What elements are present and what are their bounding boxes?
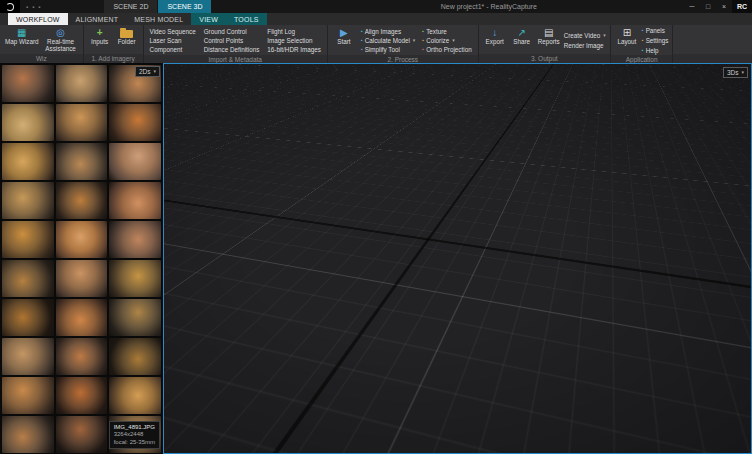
minimize-button[interactable]: ─ [684,0,700,13]
realitycapture-logo[interactable] [0,0,20,13]
panels-button[interactable]: ▪ Panels [642,26,669,35]
scene-3d-viewport[interactable]: 3Ds ▾ [163,63,752,454]
image-thumbnail[interactable] [2,338,54,375]
hdr-images-button[interactable]: 16-bit/HDR Images [267,45,321,54]
map-wizard-label: Map Wizard [5,39,39,46]
image-thumbnail[interactable] [56,65,108,102]
process-grid: ▪ Align Images ▪ Calculate Model ▾ ▪ Sim… [359,26,474,55]
folder-icon [120,30,133,38]
titlebar: ▪ ▪ ▪ SCENE 2D SCENE 3D New project1* - … [0,0,752,13]
tab-mesh-model[interactable]: MESH MODEL [126,13,191,25]
titlebar-tool-icon[interactable]: ▪ [26,4,28,10]
tab-scene-2d[interactable]: SCENE 2D [104,0,157,13]
image-thumbnail[interactable] [109,338,161,375]
realtime-assistance-button[interactable]: ◎ Real-time Assistance [43,26,79,54]
image-thumbnail[interactable] [56,416,108,453]
image-thumbnail[interactable] [109,104,161,141]
image-thumbnail[interactable] [56,104,108,141]
image-thumbnail[interactable] [2,377,54,414]
colorize-label: Colorize [426,36,449,45]
settings-label: Settings [646,36,669,45]
flight-log-button[interactable]: Flight Log [267,27,321,36]
rc-logo: RC [732,0,752,13]
align-images-icon: ▪ [361,27,363,36]
start-button[interactable]: ▶ Start [332,26,356,55]
tab-view[interactable]: VIEW [191,13,226,25]
render-image-label: Render Image [564,41,604,50]
titlebar-tool-icon[interactable]: ▪ [38,4,40,10]
panel-2d-selector[interactable]: 2Ds ▾ [135,66,160,77]
image-thumbnail[interactable] [2,182,54,219]
image-thumbnail[interactable] [2,104,54,141]
maximize-button[interactable]: □ [700,0,716,13]
group-caption-output: 3. Output [479,54,610,63]
tab-tools[interactable]: TOOLS [226,13,267,25]
image-thumbnail[interactable] [56,338,108,375]
tab-alignment[interactable]: ALIGNMENT [68,13,127,25]
close-button[interactable]: × [716,0,732,13]
image-thumbnail[interactable] [109,260,161,297]
calculate-model-label: Calculate Model [365,36,410,45]
image-thumbnail[interactable] [2,260,54,297]
distance-definitions-button[interactable]: Distance Definitions [204,45,260,54]
image-thumbnail[interactable] [109,221,161,258]
component-button[interactable]: Component [150,45,196,54]
colorize-icon: ▪ [422,36,424,45]
help-label: Help [646,46,659,55]
image-thumbnail[interactable] [2,299,54,336]
image-thumbnail[interactable] [2,65,54,102]
colorize-button[interactable]: ▪ Colorize ▾ [422,36,471,45]
image-thumbnail[interactable] [56,182,108,219]
main-area: 2Ds ▾ IMG_4891.JPG 3264x2448 focal: 25-3… [0,63,752,454]
export-button[interactable]: ↓ Export [483,26,507,54]
layout-button[interactable]: ⊞ Layout [615,26,639,55]
panel-3d-selector[interactable]: 3Ds ▾ [723,67,748,78]
ribbon-group-output: ↓ Export ↗ Share ▤ Reports Create Video … [479,25,611,63]
tab-scene-3d[interactable]: SCENE 3D [158,0,211,13]
folder-button[interactable]: Folder [115,26,139,54]
video-sequence-button[interactable]: Video Sequence [150,27,196,36]
image-thumbnail[interactable] [109,377,161,414]
texture-button[interactable]: ▪ Texture [422,27,471,36]
simplify-tool-button[interactable]: ▪ Simplify Tool [361,45,415,54]
tab-workflow[interactable]: WORKFLOW [8,13,68,25]
app-window: ▪ ▪ ▪ SCENE 2D SCENE 3D New project1* - … [0,0,752,454]
texture-label: Texture [426,27,447,36]
image-thumbnail[interactable] [56,377,108,414]
create-video-button[interactable]: Create Video ▾ [564,31,606,40]
control-points-button[interactable]: Control Points [204,36,260,45]
titlebar-tool-icon[interactable]: ▪ [32,4,34,10]
laser-scan-button[interactable]: Laser Scan [150,36,196,45]
reports-button[interactable]: ▤ Reports [537,26,561,54]
image-thumbnail[interactable] [109,299,161,336]
ortho-projection-button[interactable]: ▪ Ortho Projection [422,45,471,54]
ground-control-button[interactable]: Ground Control [204,27,260,36]
image-selection-button[interactable]: Image Selection [267,36,321,45]
image-thumbnail[interactable] [56,143,108,180]
calculate-model-icon: ▪ [361,36,363,45]
group-caption-add-imagery: 1. Add imagery [84,54,143,63]
panels-label: Panels [646,26,665,35]
image-thumbnail[interactable] [109,182,161,219]
settings-button[interactable]: ▪ Settings [642,36,669,45]
image-thumbnail[interactable] [2,221,54,258]
image-thumbnail[interactable] [2,416,54,453]
panel-3d-label: 3Ds [727,68,739,77]
image-thumbnail[interactable] [56,221,108,258]
image-thumbnail[interactable] [2,143,54,180]
image-thumbnail[interactable] [56,299,108,336]
help-button[interactable]: ▪ Help [642,46,669,55]
render-image-button[interactable]: Render Image [564,41,606,50]
image-thumbnail[interactable] [56,260,108,297]
share-button[interactable]: ↗ Share [510,26,534,54]
map-wizard-button[interactable]: ▦ Map Wizard [4,26,40,54]
ribbon-tab-strip: WORKFLOW ALIGNMENT MESH MODEL VIEW TOOLS [0,13,752,25]
calculate-model-button[interactable]: ▪ Calculate Model ▾ [361,36,415,45]
inputs-button[interactable]: + Inputs [88,26,112,54]
start-label: Start [337,39,350,46]
output-secondary-column: Create Video ▾ Render Image [564,26,606,54]
export-label: Export [486,39,504,46]
align-images-button[interactable]: ▪ Align Images [361,27,415,36]
realitycapture-swirl-icon [6,3,14,11]
image-thumbnail[interactable] [109,143,161,180]
